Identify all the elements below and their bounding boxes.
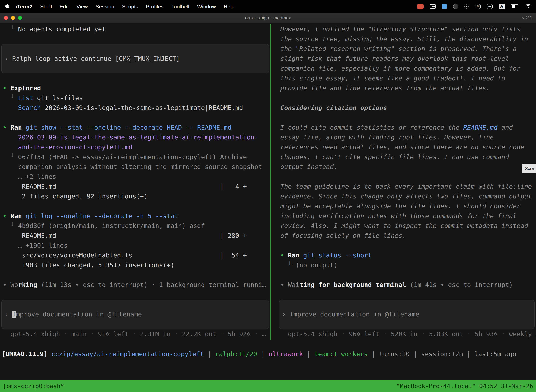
terminal-line: The team guideline is to back every impo…: [278, 182, 536, 191]
menu-toolbelt[interactable]: Toolbelt: [168, 3, 193, 9]
terminal-line: companion file, especially if more comme…: [278, 64, 536, 73]
menu-bar: iTerm2ShellEditViewSessionScriptsProfile…: [0, 0, 536, 13]
terminal-line: README.md | 280 +: [0, 231, 270, 241]
terminal-line: output instead.: [278, 162, 536, 172]
terminal-line: essay file, along with finding root file…: [278, 132, 536, 142]
menu-session[interactable]: Session: [92, 3, 118, 9]
terminal-line: gpt-5.4 xhigh · 96% left · 520K in · 5.8…: [278, 329, 536, 339]
dots-grid-icon[interactable]: [464, 4, 469, 9]
zoom-button[interactable]: [18, 16, 22, 20]
screen: iTerm2ShellEditViewSessionScriptsProfile…: [0, 0, 536, 392]
terminal-line: README.md | 4 +: [0, 182, 270, 191]
terminal-line: However, I noticed the "Directory Struct…: [278, 24, 536, 34]
menu-iterm2[interactable]: iTerm2: [12, 3, 36, 9]
terminal-line: including verification notes with those …: [278, 211, 536, 221]
terminal-line: 1903 files changed, 513517 insertions(+): [0, 260, 270, 270]
menu-window[interactable]: Window: [193, 3, 220, 9]
terminal-line: of focusing solely on file lines.: [278, 231, 536, 241]
menu-help[interactable]: Help: [220, 3, 239, 9]
close-button[interactable]: [4, 16, 8, 20]
terminal-line: might be acceptable alongside the file l…: [278, 201, 536, 211]
menu-profiles[interactable]: Profiles: [142, 3, 168, 9]
minimize-button[interactable]: [11, 16, 15, 20]
terminal-line: └ 067f154 (HEAD -> essay/ai-reimplementa…: [0, 152, 270, 162]
terminal-line: companion analysis without altering the …: [0, 162, 270, 172]
ralph-loop-banner: › Ralph loop active continue [OMX_TMUX_I…: [1, 44, 269, 73]
menu-items: iTerm2ShellEditViewSessionScriptsProfile…: [12, 3, 238, 9]
terminal-line: src/voice/voiceModeEnabled.ts | 54 +: [0, 250, 270, 260]
menu-shell[interactable]: Shell: [36, 3, 56, 9]
terminal-line: └ 4b9d30f (origin/main, instructkr/main,…: [0, 221, 270, 231]
pane-right[interactable]: However, I noticed the "Directory Struct…: [271, 24, 536, 340]
terminal-line: [0, 270, 270, 280]
terminal-line: and-the-erosion-of-copyleft.md: [0, 142, 270, 152]
tmux-session-label: [omx-cczip0:bash*: [3, 380, 64, 392]
terminal-line: [0, 73, 270, 83]
terminal-line: • Ran git show --stat --oneline --decora…: [0, 123, 270, 132]
terminal-line: review. Also, I might want to inspect th…: [278, 221, 536, 231]
terminal-line: [0, 290, 270, 300]
menu-status-icons: 8 61 A: [417, 3, 531, 9]
screen-share-tooltip[interactable]: Scre: [522, 164, 536, 173]
terminal-line: provide file and line references from th…: [278, 83, 536, 93]
terminal-line: evidence. Since this change only affects…: [278, 191, 536, 201]
window-shortcut-badge: ⌥⌘1: [521, 15, 532, 20]
terminal: └ No agents completed yet › Ralph loop a…: [0, 23, 536, 392]
terminal-line: references need actual files, and since …: [278, 142, 536, 152]
terminal-line: [0, 34, 270, 44]
battery-icon[interactable]: [511, 4, 519, 9]
terminal-line: the source tree, missing the essay. Stil…: [278, 34, 536, 44]
terminal-line: … +2 lines: [0, 172, 270, 182]
terminal-line: • Ran git status --short: [278, 250, 536, 260]
menu-scripts[interactable]: Scripts: [118, 3, 142, 9]
terminal-line: [278, 270, 536, 280]
terminal-line: changes, I can't cite specific file line…: [278, 152, 536, 162]
prompt-input[interactable]: › Improve documentation in @filename: [279, 300, 535, 329]
terminal-line: [278, 241, 536, 250]
terminal-line: [0, 201, 270, 211]
terminal-line: [0, 113, 270, 123]
terminal-line: [278, 93, 536, 103]
terminal-line: this single essay, it seems like a good …: [278, 73, 536, 83]
input-source-icon[interactable]: A: [499, 3, 505, 9]
terminal-line: └ (no output): [278, 260, 536, 270]
terminal-line: gpt-5.4 xhigh · main · 91% left · 2.31M …: [0, 329, 270, 339]
terminal-line: 2 files changed, 92 insertions(+): [0, 191, 270, 201]
terminal-line: • Explored: [0, 83, 270, 93]
screen-recording-indicator[interactable]: [417, 4, 424, 9]
menu-view[interactable]: View: [73, 3, 92, 9]
tmux-host-time-label: "MacBook-Pro-44.local" 04:52 31-Mar-26: [396, 380, 533, 392]
apple-menu-icon[interactable]: [5, 4, 10, 9]
terminal-line: └ List git ls-files: [0, 93, 270, 103]
traffic-lights: [0, 16, 22, 20]
terminal-line: Search 2026-03-09-is-legal-the-same-as-l…: [0, 103, 270, 113]
password-manager-icon[interactable]: 8: [475, 3, 481, 9]
terminal-line: 2026-03-09-is-legal-the-same-as-legitima…: [0, 132, 270, 142]
blue-app-icon[interactable]: [442, 4, 447, 9]
terminal-line: [278, 290, 536, 300]
dark-app-icon[interactable]: [453, 4, 458, 9]
window-title-bar[interactable]: omx --xhigh --madmax ⌥⌘1: [0, 13, 536, 23]
wifi-icon[interactable]: [526, 4, 531, 9]
terminal-line: › Ralph loop active continue [OMX_TMUX_I…: [2, 54, 269, 64]
prompt-input[interactable]: › Improve documentation in @filename: [1, 300, 269, 329]
terminal-line: [278, 172, 536, 182]
terminal-line: [278, 113, 536, 123]
terminal-line: • Working (11m 13s • esc to interrupt) ·…: [0, 280, 270, 290]
terminal-line: └ No agents completed yet: [0, 24, 270, 34]
terminal-line: I could cite commit statistics or refere…: [278, 123, 536, 132]
terminal-line: [OMX#0.11.9] cczip/essay/ai-reimplementa…: [0, 349, 536, 359]
battery-gauge-icon[interactable]: 61: [487, 3, 493, 9]
pane-left[interactable]: └ No agents completed yet › Ralph loop a…: [0, 24, 270, 340]
terminal-line: • Waiting for background terminal (1m 41…: [278, 280, 536, 290]
terminal-line: › Improve documentation in @filename: [2, 309, 269, 319]
terminal-line: • Ran git log --oneline --decorate -n 5 …: [0, 211, 270, 221]
tmux-status-bar: [omx-cczip0:bash* "MacBook-Pro-44.local"…: [0, 380, 536, 392]
menu-edit[interactable]: Edit: [56, 3, 73, 9]
terminal-line: … +1901 lines: [0, 241, 270, 250]
terminal-line: slight risk that future readers may over…: [278, 54, 536, 64]
terminal-panes: └ No agents completed yet › Ralph loop a…: [0, 23, 536, 340]
window-title: omx --xhigh --madmax: [0, 15, 536, 20]
omx-status-line: [OMX#0.11.9] cczip/essay/ai-reimplementa…: [0, 349, 536, 359]
window-manager-icon[interactable]: [430, 4, 436, 9]
